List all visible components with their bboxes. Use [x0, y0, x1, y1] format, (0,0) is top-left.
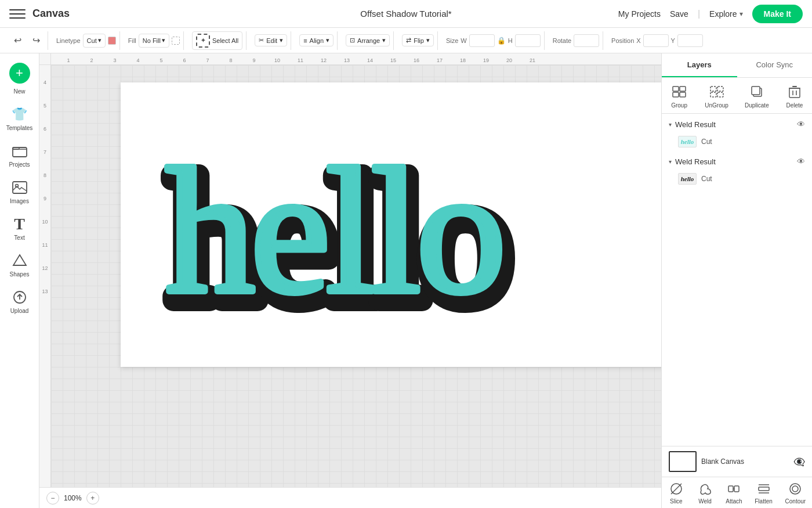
edit-label: Edit [266, 37, 277, 44]
fill-color-swatch[interactable] [172, 37, 180, 45]
slice-label: Slice [670, 498, 683, 505]
blank-canvas-eye-icon[interactable]: 👁‍🗨 [793, 456, 805, 467]
ruler-v-tick: 10 [39, 210, 50, 233]
flip-icon: ⇄ [406, 37, 411, 44]
layer-group-1-chevron-icon: ▾ [669, 121, 672, 128]
layer-item-1[interactable]: hello Cut [662, 132, 812, 151]
redo-button[interactable]: ↪ [28, 33, 44, 49]
svg-point-33 [792, 486, 798, 492]
sidebar-item-templates[interactable]: 👕 Templates [2, 102, 37, 136]
top-nav: Canvas Offset Shadow Tutorial* My Projec… [0, 0, 812, 28]
fill-select[interactable]: No Fill ▾ [139, 34, 169, 48]
svg-rect-27 [734, 486, 739, 492]
layer-group-1-eye-icon[interactable]: 👁 [797, 120, 805, 129]
ruler-tick: 18 [451, 57, 474, 63]
sidebar-item-projects[interactable]: Projects [2, 138, 37, 172]
rotate-input[interactable] [574, 34, 599, 47]
text-icon: T [12, 216, 28, 232]
make-it-button[interactable]: Make It [752, 5, 803, 23]
layer-group-2-header[interactable]: ▾ Weld Result 👁 [662, 153, 812, 170]
zoom-in-button[interactable]: + [86, 492, 99, 505]
images-icon [12, 179, 28, 196]
y-input[interactable] [677, 34, 703, 47]
panel-actions: Group UnGroup Duplicate Delete [662, 78, 812, 114]
toolbar: ↩ ↪ Linetype Cut ▾ Fill No Fill ▾ ✦ Sele… [0, 28, 812, 53]
ruler-v-tick: 9 [39, 187, 50, 210]
flip-chevron-icon: ▾ [426, 37, 430, 44]
size-group: Size W 🔒 H [443, 31, 545, 50]
my-projects-link[interactable]: My Projects [618, 9, 661, 19]
right-panel: Layers Color Sync Group UnGroup [661, 53, 812, 508]
sidebar-projects-label: Projects [9, 161, 30, 168]
explore-menu[interactable]: Explore ▾ [709, 9, 742, 19]
svg-text:hello: hello [165, 131, 502, 330]
tab-layers[interactable]: Layers [662, 53, 737, 77]
ungroup-icon [708, 82, 726, 101]
ruler-horizontal: 1 2 3 4 5 6 7 8 9 10 11 12 13 14 15 16 1 [51, 53, 661, 65]
arrange-chevron-icon: ▾ [382, 37, 386, 44]
ruler-tick: 17 [428, 57, 451, 63]
group-icon [670, 82, 688, 101]
delete-action[interactable]: Delete [785, 82, 804, 109]
arrange-button[interactable]: ⊡ Arrange ▾ [346, 34, 390, 46]
layer-group-2-eye-icon[interactable]: 👁 [797, 157, 805, 166]
duplicate-action[interactable]: Duplicate [745, 82, 769, 109]
new-icon: + [9, 63, 30, 84]
ruler-tick: 13 [335, 57, 358, 63]
ruler-v-tick: 6 [39, 117, 50, 140]
panel-tabs: Layers Color Sync [662, 53, 812, 78]
ruler-tick: 2 [80, 57, 103, 63]
linetype-color-swatch[interactable] [108, 37, 116, 45]
flatten-action[interactable]: Flatten [755, 481, 773, 505]
align-button[interactable]: ≡ Align ▾ [299, 34, 334, 46]
edit-button[interactable]: ✂ Edit ▾ [255, 34, 287, 46]
x-input[interactable] [643, 34, 669, 47]
sidebar-item-new[interactable]: + New [2, 58, 37, 99]
sidebar-text-label: Text [14, 235, 24, 241]
sidebar-item-images[interactable]: Images [2, 175, 37, 209]
save-link[interactable]: Save [670, 9, 688, 19]
svg-rect-18 [752, 87, 760, 95]
attach-action[interactable]: Attach [726, 481, 742, 505]
align-group: ≡ Align ▾ [296, 31, 338, 50]
nav-right: My Projects Save | Explore ▾ Make It [618, 5, 803, 23]
undo-button[interactable]: ↩ [9, 33, 26, 49]
contour-action[interactable]: Contour [785, 481, 806, 505]
ruler-tick: 3 [103, 57, 126, 63]
sidebar-new-label: New [13, 88, 25, 95]
attach-icon [726, 481, 742, 497]
svg-rect-19 [789, 88, 800, 98]
hello-artwork[interactable]: hello hello [135, 91, 661, 364]
layer-thumb-2: hello [678, 173, 697, 185]
weld-action[interactable]: Weld [697, 481, 713, 505]
app-logo: Canvas [32, 8, 70, 20]
linetype-select[interactable]: Cut ▾ [83, 34, 106, 48]
layer-group-1-header[interactable]: ▾ Weld Result 👁 [662, 116, 812, 132]
layer-item-2[interactable]: hello Cut [662, 170, 812, 188]
group-action[interactable]: Group [670, 82, 688, 109]
tab-color-sync[interactable]: Color Sync [737, 53, 813, 77]
rotate-label: Rotate [553, 37, 571, 44]
select-all-button[interactable]: ✦ Select All [192, 31, 242, 50]
ruler-tick: 7 [196, 57, 219, 63]
sidebar-item-shapes[interactable]: Shapes [2, 248, 37, 282]
height-input[interactable] [515, 34, 541, 47]
flatten-label: Flatten [755, 498, 773, 505]
ruler-v-tick: 11 [39, 233, 50, 257]
ungroup-action[interactable]: UnGroup [705, 82, 728, 109]
width-input[interactable] [469, 34, 495, 47]
svg-rect-11 [673, 92, 679, 97]
ruler-tick: 4 [126, 57, 150, 63]
ruler-v-tick: 5 [39, 94, 50, 117]
align-chevron-icon: ▾ [326, 37, 329, 44]
sidebar-item-text[interactable]: T Text [2, 211, 37, 246]
canvas-surface[interactable]: hello hello [51, 65, 661, 487]
sidebar-item-upload[interactable]: Upload [2, 284, 37, 319]
hamburger-menu[interactable] [9, 6, 26, 22]
templates-icon: 👕 [12, 106, 28, 123]
slice-action[interactable]: Slice [668, 481, 684, 505]
zoom-out-button[interactable]: − [46, 492, 59, 505]
flip-button[interactable]: ⇄ Flip ▾ [402, 34, 434, 46]
ruler-v-tick: 7 [39, 140, 50, 164]
y-label: Y [671, 37, 675, 44]
